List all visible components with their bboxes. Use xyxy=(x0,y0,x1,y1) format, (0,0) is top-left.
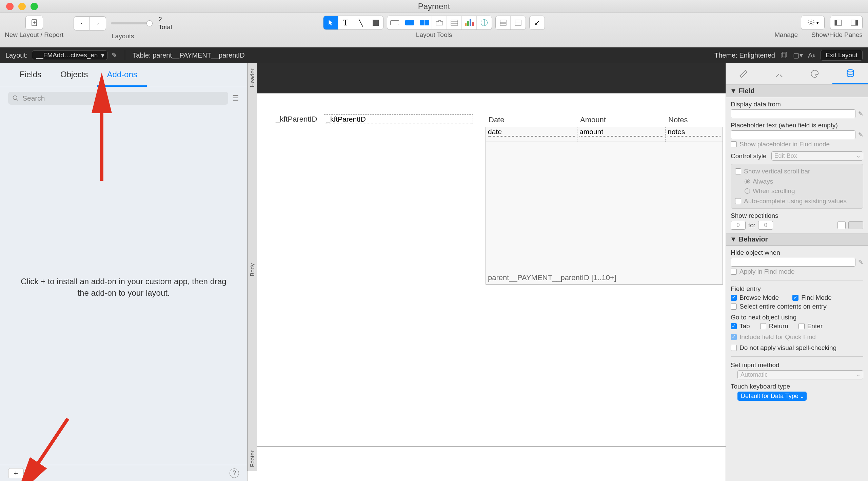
edit-layout-icon[interactable]: ✎ xyxy=(112,51,117,59)
gear-icon xyxy=(807,19,815,27)
exit-layout-button[interactable]: Exit Layout xyxy=(821,50,863,61)
text-tool[interactable]: T xyxy=(338,16,353,29)
close-window[interactable] xyxy=(6,3,14,10)
always-radio[interactable] xyxy=(745,179,750,184)
field-tool[interactable] xyxy=(387,16,402,29)
tab-fields[interactable]: Fields xyxy=(10,63,51,87)
next-layout-button[interactable]: › xyxy=(90,16,106,30)
add-addon-button[interactable]: ＋ xyxy=(8,468,24,478)
portal-cell-date[interactable]: date xyxy=(486,127,577,142)
list-view-icon[interactable]: ☰ xyxy=(232,94,239,103)
rep-to-input[interactable] xyxy=(758,221,773,230)
enter-checkbox[interactable] xyxy=(798,323,805,329)
scrollbar-checkbox[interactable] xyxy=(735,168,741,174)
svg-rect-16 xyxy=(783,52,787,57)
header-part-label[interactable]: Header xyxy=(248,63,257,93)
line-tool[interactable]: ╲ xyxy=(353,16,368,29)
chart-tool[interactable] xyxy=(462,16,477,29)
format-painter-tool[interactable]: ⤢ xyxy=(530,16,545,29)
select-contents-checkbox[interactable] xyxy=(731,304,737,310)
layout-slider[interactable] xyxy=(111,22,152,24)
keyboard-select[interactable]: Default for Data Type xyxy=(737,392,807,401)
control-style-select[interactable]: Edit Box xyxy=(771,151,863,161)
portal-header-amount[interactable]: Amount xyxy=(577,114,666,126)
rep-from-input[interactable] xyxy=(731,221,746,230)
part-tool[interactable] xyxy=(511,16,526,29)
palette-icon xyxy=(810,69,820,79)
shape-tool[interactable] xyxy=(368,16,383,29)
button-tool[interactable] xyxy=(402,16,417,29)
section-behavior[interactable]: ▼ Behavior xyxy=(726,233,868,246)
right-pane-toggle[interactable] xyxy=(846,16,863,30)
rep-orientation-h[interactable] xyxy=(848,221,863,229)
field-picker-tool[interactable] xyxy=(496,16,511,29)
find-mode-checkbox[interactable] xyxy=(792,295,798,301)
inspector-tab-appearance[interactable] xyxy=(797,63,833,84)
right-pane-icon xyxy=(851,20,858,26)
autocomplete-checkbox[interactable] xyxy=(735,198,741,204)
spell-checkbox[interactable] xyxy=(731,345,737,351)
button-bar-tool[interactable] xyxy=(417,16,432,29)
theme-copy-icon[interactable] xyxy=(780,51,789,60)
text-format-icon[interactable]: Aa xyxy=(807,51,816,60)
field-label-kftparentid[interactable]: _kftParentID xyxy=(276,115,317,124)
hide-input[interactable] xyxy=(731,258,855,267)
tab-objects[interactable]: Objects xyxy=(51,63,97,87)
search-input[interactable]: Search xyxy=(8,92,228,105)
when-scrolling-radio[interactable] xyxy=(745,188,750,194)
edit-hide-icon[interactable]: ✎ xyxy=(858,258,863,266)
quick-find-checkbox[interactable] xyxy=(731,334,737,340)
portal-header-date[interactable]: Date xyxy=(486,114,577,126)
search-icon xyxy=(12,95,19,102)
selection-tool[interactable] xyxy=(323,16,338,29)
panes-label: Show/Hide Panes xyxy=(811,31,863,39)
inspector-tab-styles[interactable] xyxy=(762,63,797,84)
return-checkbox[interactable] xyxy=(760,323,766,329)
inspector-tab-data[interactable] xyxy=(832,63,868,84)
window-title: Payment xyxy=(418,2,450,11)
portal-cell-notes[interactable]: notes xyxy=(666,127,723,142)
portal-tool[interactable] xyxy=(447,16,462,29)
help-button[interactable]: ? xyxy=(230,468,239,478)
svg-rect-6 xyxy=(500,20,506,23)
tab-tool[interactable] xyxy=(432,16,447,29)
layout-bar: Layout: __FMAdd…ctives_en ✎ Table: paren… xyxy=(0,47,868,63)
display-data-input[interactable] xyxy=(731,109,855,118)
footer-part-label[interactable]: Footer xyxy=(248,446,257,471)
new-layout-button[interactable] xyxy=(25,16,43,30)
edit-display-data-icon[interactable]: ✎ xyxy=(858,110,863,118)
layout-select[interactable]: __FMAdd…ctives_en xyxy=(32,50,108,60)
portal[interactable]: Date Amount Notes date amount notes pare… xyxy=(486,127,723,285)
webviewer-tool[interactable] xyxy=(477,16,492,29)
ruler-icon xyxy=(739,69,748,79)
field-box-kftparentid[interactable]: _kftParentID xyxy=(324,114,473,124)
body-part-label[interactable]: Body xyxy=(248,93,257,446)
zoom-window[interactable] xyxy=(31,3,38,10)
main: Fields Objects Add-ons Search ☰ Click + … xyxy=(0,63,868,481)
minimize-window[interactable] xyxy=(18,3,26,10)
left-pane-toggle[interactable] xyxy=(830,16,846,30)
apply-find-checkbox[interactable] xyxy=(731,269,737,275)
tab-addons[interactable]: Add-ons xyxy=(97,63,146,87)
portal-header-notes[interactable]: Notes xyxy=(666,114,723,126)
manage-button[interactable]: ▾ xyxy=(801,16,825,30)
show-placeholder-checkbox[interactable] xyxy=(731,141,737,147)
control-style-label: Control style xyxy=(731,152,767,160)
theme-style-icon[interactable]: ▢▾ xyxy=(793,51,802,60)
inspector-tab-position[interactable] xyxy=(726,63,762,84)
placeholder-input[interactable] xyxy=(731,130,855,139)
rep-orientation-v[interactable] xyxy=(837,221,846,229)
portal-relationship-label: parent__PAYMENT__parentID [1..10+] xyxy=(488,273,616,282)
portal-cell-amount[interactable]: amount xyxy=(577,127,666,142)
chart-icon xyxy=(465,19,474,26)
browse-mode-checkbox[interactable] xyxy=(731,295,737,301)
edit-placeholder-icon[interactable]: ✎ xyxy=(858,131,863,139)
layout-canvas[interactable]: Header Body Footer _kftParentID _kftPare… xyxy=(248,63,726,481)
picker-icon xyxy=(499,19,507,26)
section-field[interactable]: ▼ Field xyxy=(726,85,868,97)
tab-checkbox[interactable] xyxy=(731,323,737,329)
prev-layout-button[interactable]: ‹ xyxy=(74,16,90,30)
input-method-select[interactable]: Automatic xyxy=(737,370,863,379)
svg-rect-8 xyxy=(515,20,521,25)
keyboard-label: Touch keyboard type xyxy=(731,383,863,390)
